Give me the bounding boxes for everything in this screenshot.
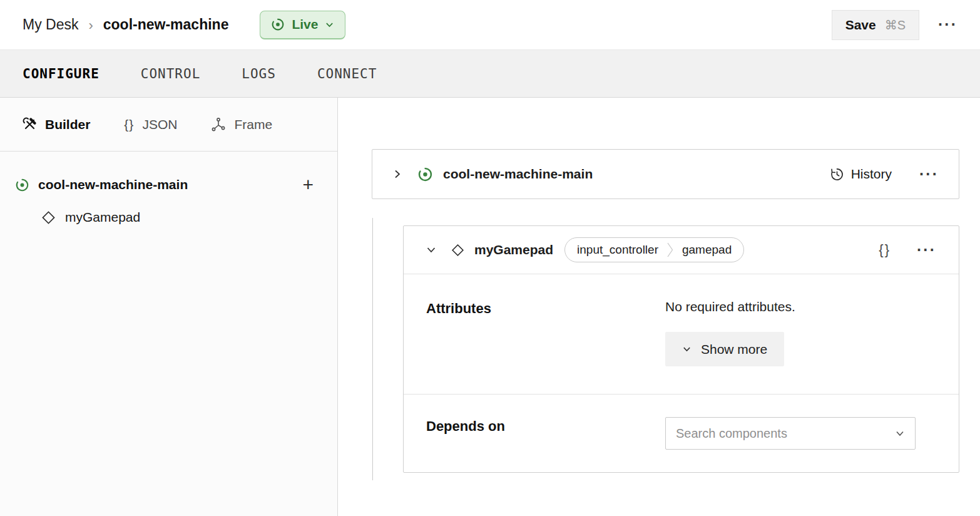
chevron-down-icon xyxy=(325,20,334,29)
history-label: History xyxy=(851,167,892,182)
component-title: myGamepad xyxy=(474,242,553,257)
breadcrumb-separator-icon: › xyxy=(88,16,93,34)
mode-json-label: JSON xyxy=(142,117,177,132)
attributes-section: Attributes No required attributes. Show … xyxy=(404,274,959,394)
attributes-value: No required attributes. Show more xyxy=(665,299,936,366)
badge-component-type: input_controller xyxy=(565,238,666,262)
depends-on-value xyxy=(665,417,936,450)
history-button[interactable]: History xyxy=(830,167,892,182)
badge-component-model: gamepad xyxy=(674,238,743,262)
tab-control[interactable]: CONTROL xyxy=(141,66,201,81)
expand-chevron-right-icon[interactable] xyxy=(392,169,402,179)
save-button[interactable]: Save ⌘S xyxy=(832,10,919,40)
depends-on-section: Depends on xyxy=(404,394,959,472)
component-diamond-icon xyxy=(450,242,466,258)
header-overflow-menu-icon[interactable]: ··· xyxy=(938,17,957,33)
breadcrumb: My Desk › cool-new-machine xyxy=(23,16,228,34)
configure-sidebar: Builder {} JSON Frame xyxy=(0,98,338,516)
breadcrumb-current-machine: cool-new-machine xyxy=(103,16,229,33)
add-component-button[interactable]: + xyxy=(302,175,314,194)
top-header: My Desk › cool-new-machine Live Save ⌘S … xyxy=(0,0,980,50)
show-more-button[interactable]: Show more xyxy=(665,332,784,366)
nesting-connector-line xyxy=(372,218,373,480)
collapse-chevron-down-icon[interactable] xyxy=(426,245,436,255)
machine-tree: cool-new-machine-main + myGamepad xyxy=(0,152,337,234)
mode-frame-label: Frame xyxy=(234,117,272,132)
attributes-empty-text: No required attributes. xyxy=(665,299,936,314)
component-card: myGamepad input_controller gamepad {} ··… xyxy=(403,225,959,473)
component-type-badge: input_controller gamepad xyxy=(564,237,744,262)
show-more-label: Show more xyxy=(701,342,767,357)
frame-axes-icon xyxy=(211,117,226,132)
attributes-label: Attributes xyxy=(426,299,665,366)
broadcast-icon xyxy=(271,18,285,31)
view-mode-switcher: Builder {} JSON Frame xyxy=(0,98,337,152)
badge-separator-chevron-icon xyxy=(666,237,674,262)
mode-frame[interactable]: Frame xyxy=(211,117,272,132)
search-components-input[interactable] xyxy=(676,426,895,441)
part-card-menu-icon[interactable]: ··· xyxy=(919,167,939,182)
nested-components: myGamepad input_controller gamepad {} ··… xyxy=(372,225,959,480)
live-status-button[interactable]: Live xyxy=(260,11,345,39)
save-shortcut: ⌘S xyxy=(885,18,906,33)
breadcrumb-parent[interactable]: My Desk xyxy=(23,16,78,33)
tools-icon xyxy=(23,117,37,132)
component-diamond-icon xyxy=(40,209,57,226)
chevron-down-icon xyxy=(895,428,905,438)
save-label: Save xyxy=(845,18,876,33)
tab-connect[interactable]: CONNECT xyxy=(317,66,377,81)
header-actions: Save ⌘S ··· xyxy=(832,10,957,40)
tree-item-component[interactable]: myGamepad xyxy=(15,200,314,234)
machine-part-icon xyxy=(15,178,29,192)
configure-main-panel: cool-new-machine-main History ··· xyxy=(338,98,980,516)
depends-on-label: Depends on xyxy=(426,417,665,450)
tab-configure[interactable]: CONFIGURE xyxy=(23,66,100,81)
history-clock-icon xyxy=(830,167,844,182)
mode-builder-label: Builder xyxy=(45,117,90,132)
chevron-down-icon xyxy=(682,344,692,354)
tree-root-label: cool-new-machine-main xyxy=(38,177,188,192)
content-area: Builder {} JSON Frame xyxy=(0,98,980,516)
machine-part-icon xyxy=(417,167,433,182)
machine-part-title: cool-new-machine-main xyxy=(443,167,593,182)
depends-on-select[interactable] xyxy=(665,417,916,450)
component-menu-icon[interactable]: ··· xyxy=(917,242,936,258)
component-json-icon[interactable]: {} xyxy=(879,242,891,258)
machine-part-card: cool-new-machine-main History ··· xyxy=(372,149,959,199)
component-card-header: myGamepad input_controller gamepad {} ··… xyxy=(404,226,959,274)
tree-item-machine-part[interactable]: cool-new-machine-main + xyxy=(15,169,314,200)
tab-logs[interactable]: LOGS xyxy=(242,66,276,81)
component-header-actions: {} ··· xyxy=(879,242,936,258)
mode-json[interactable]: {} JSON xyxy=(124,117,177,132)
live-label: Live xyxy=(292,17,318,32)
mode-builder[interactable]: Builder xyxy=(23,117,90,132)
machine-tab-bar: CONFIGURE CONTROL LOGS CONNECT xyxy=(0,50,980,98)
tree-child-label: myGamepad xyxy=(65,210,140,225)
braces-icon: {} xyxy=(124,117,134,132)
